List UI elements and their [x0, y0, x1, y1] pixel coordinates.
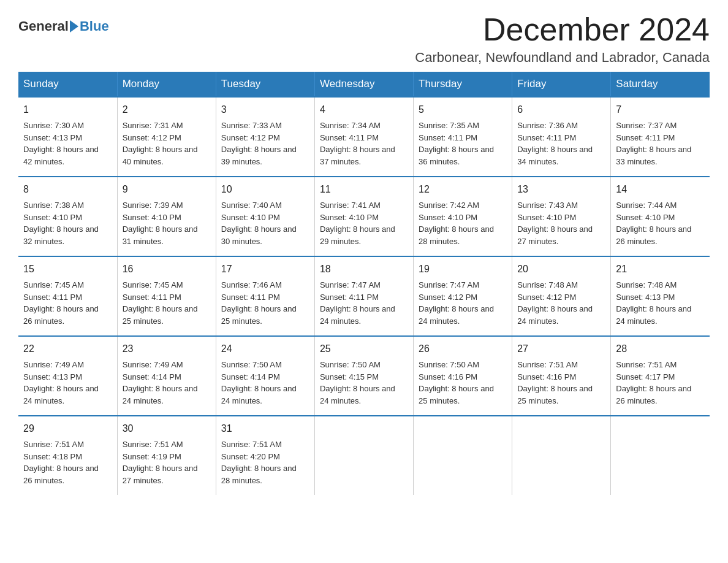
day-info: Sunrise: 7:50 AMSunset: 4:16 PMDaylight:… — [419, 359, 507, 407]
day-info: Sunrise: 7:34 AMSunset: 4:11 PMDaylight:… — [320, 120, 408, 167]
day-info: Sunrise: 7:38 AMSunset: 4:10 PMDaylight:… — [23, 199, 112, 247]
calendar-day-cell: 8Sunrise: 7:38 AMSunset: 4:10 PMDaylight… — [18, 177, 117, 256]
calendar-day-cell: 2Sunrise: 7:31 AMSunset: 4:12 PMDaylight… — [117, 97, 216, 177]
day-info: Sunrise: 7:39 AMSunset: 4:10 PMDaylight:… — [123, 199, 211, 247]
day-number: 26 — [419, 342, 507, 356]
day-info: Sunrise: 7:40 AMSunset: 4:10 PMDaylight:… — [221, 199, 309, 247]
month-title: December 2024 — [415, 12, 710, 47]
calendar-day-cell: 27Sunrise: 7:51 AMSunset: 4:16 PMDayligh… — [512, 336, 611, 416]
title-section: December 2024 Carbonear, Newfoundland an… — [415, 12, 710, 66]
day-number: 22 — [23, 342, 112, 356]
logo-general-text: General — [18, 18, 69, 34]
calendar-week-row: 8Sunrise: 7:38 AMSunset: 4:10 PMDaylight… — [18, 177, 710, 256]
calendar-week-row: 22Sunrise: 7:49 AMSunset: 4:13 PMDayligh… — [18, 336, 710, 416]
calendar-day-cell: 5Sunrise: 7:35 AMSunset: 4:11 PMDaylight… — [414, 97, 512, 177]
day-info: Sunrise: 7:49 AMSunset: 4:13 PMDaylight:… — [23, 359, 112, 407]
calendar-day-cell: 30Sunrise: 7:51 AMSunset: 4:19 PMDayligh… — [117, 416, 216, 495]
calendar-day-cell: 29Sunrise: 7:51 AMSunset: 4:18 PMDayligh… — [18, 416, 117, 495]
calendar-day-cell: 14Sunrise: 7:44 AMSunset: 4:10 PMDayligh… — [611, 177, 710, 256]
col-saturday: Saturday — [611, 72, 710, 97]
day-number: 24 — [221, 342, 309, 356]
day-number: 9 — [123, 182, 211, 197]
day-info: Sunrise: 7:50 AMSunset: 4:14 PMDaylight:… — [221, 359, 309, 407]
day-info: Sunrise: 7:47 AMSunset: 4:11 PMDaylight:… — [320, 279, 408, 327]
page-header: General Blue December 2024 Carbonear, Ne… — [18, 12, 710, 66]
day-number: 29 — [23, 421, 112, 436]
calendar-day-cell: 26Sunrise: 7:50 AMSunset: 4:16 PMDayligh… — [414, 336, 512, 416]
calendar-day-cell: 7Sunrise: 7:37 AMSunset: 4:11 PMDaylight… — [611, 97, 710, 177]
col-friday: Friday — [512, 72, 611, 97]
calendar-body: 1Sunrise: 7:30 AMSunset: 4:13 PMDaylight… — [18, 97, 710, 495]
calendar-day-cell: 9Sunrise: 7:39 AMSunset: 4:10 PMDaylight… — [117, 177, 216, 256]
calendar-day-cell — [611, 416, 710, 495]
calendar-day-cell: 22Sunrise: 7:49 AMSunset: 4:13 PMDayligh… — [18, 336, 117, 416]
calendar-day-cell: 13Sunrise: 7:43 AMSunset: 4:10 PMDayligh… — [512, 177, 611, 256]
day-number: 31 — [221, 421, 309, 436]
calendar-day-cell: 6Sunrise: 7:36 AMSunset: 4:11 PMDaylight… — [512, 97, 611, 177]
calendar-day-cell: 12Sunrise: 7:42 AMSunset: 4:10 PMDayligh… — [414, 177, 512, 256]
day-number: 8 — [23, 182, 112, 197]
day-info: Sunrise: 7:46 AMSunset: 4:11 PMDaylight:… — [221, 279, 309, 327]
day-number: 11 — [320, 182, 408, 197]
day-number: 12 — [419, 182, 507, 197]
calendar-day-cell — [414, 416, 512, 495]
day-number: 21 — [616, 262, 705, 277]
calendar-day-cell: 21Sunrise: 7:48 AMSunset: 4:13 PMDayligh… — [611, 256, 710, 336]
day-info: Sunrise: 7:45 AMSunset: 4:11 PMDaylight:… — [123, 279, 211, 327]
day-info: Sunrise: 7:44 AMSunset: 4:10 PMDaylight:… — [616, 199, 705, 247]
day-number: 17 — [221, 262, 309, 277]
calendar-day-cell: 25Sunrise: 7:50 AMSunset: 4:15 PMDayligh… — [314, 336, 413, 416]
day-info: Sunrise: 7:47 AMSunset: 4:12 PMDaylight:… — [419, 279, 507, 327]
day-number: 13 — [517, 182, 605, 197]
col-sunday: Sunday — [18, 72, 117, 97]
header-row: Sunday Monday Tuesday Wednesday Thursday… — [18, 72, 710, 97]
day-number: 3 — [221, 102, 309, 117]
day-number: 2 — [123, 102, 211, 117]
col-monday: Monday — [117, 72, 216, 97]
day-info: Sunrise: 7:35 AMSunset: 4:11 PMDaylight:… — [419, 120, 507, 167]
calendar-week-row: 15Sunrise: 7:45 AMSunset: 4:11 PMDayligh… — [18, 256, 710, 336]
calendar-day-cell: 11Sunrise: 7:41 AMSunset: 4:10 PMDayligh… — [314, 177, 413, 256]
col-thursday: Thursday — [414, 72, 512, 97]
logo: General Blue — [18, 18, 109, 34]
day-number: 4 — [320, 102, 408, 117]
day-info: Sunrise: 7:33 AMSunset: 4:12 PMDaylight:… — [221, 120, 309, 167]
calendar-day-cell: 17Sunrise: 7:46 AMSunset: 4:11 PMDayligh… — [216, 256, 314, 336]
logo-blue-text: Blue — [80, 18, 109, 34]
day-number: 1 — [23, 102, 112, 117]
day-info: Sunrise: 7:31 AMSunset: 4:12 PMDaylight:… — [123, 120, 211, 167]
day-info: Sunrise: 7:41 AMSunset: 4:10 PMDaylight:… — [320, 199, 408, 247]
day-info: Sunrise: 7:48 AMSunset: 4:13 PMDaylight:… — [616, 279, 705, 327]
day-number: 5 — [419, 102, 507, 117]
calendar-day-cell — [314, 416, 413, 495]
calendar-day-cell: 15Sunrise: 7:45 AMSunset: 4:11 PMDayligh… — [18, 256, 117, 336]
day-info: Sunrise: 7:48 AMSunset: 4:12 PMDaylight:… — [517, 279, 605, 327]
day-info: Sunrise: 7:30 AMSunset: 4:13 PMDaylight:… — [23, 120, 112, 167]
calendar-week-row: 1Sunrise: 7:30 AMSunset: 4:13 PMDaylight… — [18, 97, 710, 177]
day-number: 10 — [221, 182, 309, 197]
day-number: 20 — [517, 262, 605, 277]
day-info: Sunrise: 7:37 AMSunset: 4:11 PMDaylight:… — [616, 120, 705, 167]
calendar-day-cell: 3Sunrise: 7:33 AMSunset: 4:12 PMDaylight… — [216, 97, 314, 177]
calendar-day-cell: 20Sunrise: 7:48 AMSunset: 4:12 PMDayligh… — [512, 256, 611, 336]
day-number: 25 — [320, 342, 408, 356]
logo-arrow-icon — [70, 20, 78, 33]
day-info: Sunrise: 7:51 AMSunset: 4:19 PMDaylight:… — [123, 439, 211, 486]
calendar-day-cell: 18Sunrise: 7:47 AMSunset: 4:11 PMDayligh… — [314, 256, 413, 336]
day-number: 16 — [123, 262, 211, 277]
calendar-day-cell: 4Sunrise: 7:34 AMSunset: 4:11 PMDaylight… — [314, 97, 413, 177]
day-number: 7 — [616, 102, 705, 117]
calendar-day-cell: 16Sunrise: 7:45 AMSunset: 4:11 PMDayligh… — [117, 256, 216, 336]
col-tuesday: Tuesday — [216, 72, 314, 97]
day-number: 28 — [616, 342, 705, 356]
day-info: Sunrise: 7:51 AMSunset: 4:20 PMDaylight:… — [221, 439, 309, 486]
col-wednesday: Wednesday — [314, 72, 413, 97]
calendar-day-cell: 31Sunrise: 7:51 AMSunset: 4:20 PMDayligh… — [216, 416, 314, 495]
day-info: Sunrise: 7:50 AMSunset: 4:15 PMDaylight:… — [320, 359, 408, 407]
day-number: 15 — [23, 262, 112, 277]
day-number: 18 — [320, 262, 408, 277]
day-number: 6 — [517, 102, 605, 117]
calendar-day-cell: 28Sunrise: 7:51 AMSunset: 4:17 PMDayligh… — [611, 336, 710, 416]
calendar-day-cell: 24Sunrise: 7:50 AMSunset: 4:14 PMDayligh… — [216, 336, 314, 416]
calendar-day-cell: 23Sunrise: 7:49 AMSunset: 4:14 PMDayligh… — [117, 336, 216, 416]
